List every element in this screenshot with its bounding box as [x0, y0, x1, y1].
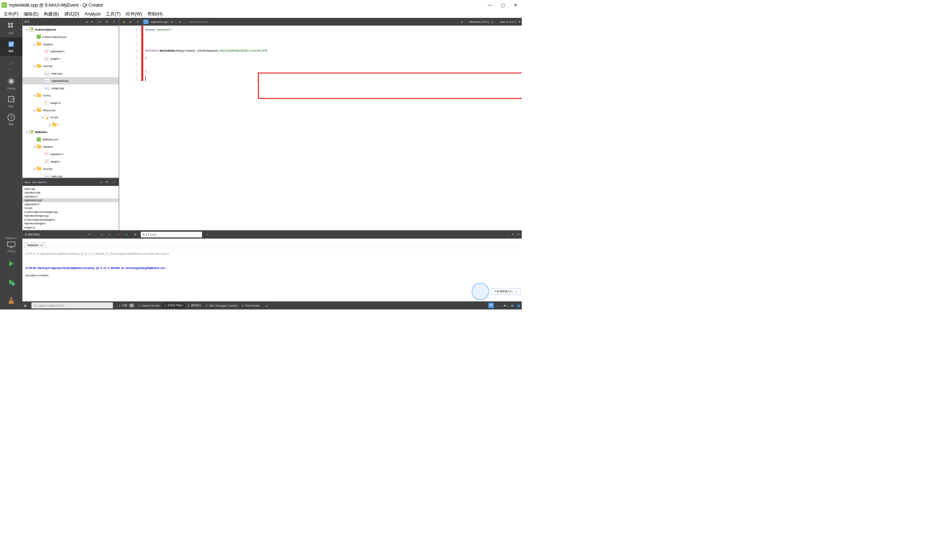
symbol-switch-icon[interactable]: ▴▾ — [461, 20, 462, 23]
toggle-sidebar-icon[interactable]: ◧ — [24, 304, 27, 307]
menu-file[interactable]: 文件(F) — [4, 11, 19, 17]
tree-item[interactable]: MyButton.pro — [23, 135, 119, 143]
open-doc-item[interactable]: res.qrc — [23, 206, 119, 210]
add-split-icon[interactable]: ⧉ — [103, 19, 109, 24]
open-doc-item[interactable]: mytextedit.h* — [23, 202, 119, 206]
minimize-button[interactable]: — — [488, 3, 492, 8]
nav-forward-button[interactable]: ▶ — [128, 20, 134, 23]
menu-edit[interactable]: 编辑(E) — [23, 11, 39, 17]
tree-item[interactable]: 6-btnUI-MyEvent.pro — [23, 33, 119, 40]
run-button[interactable] — [0, 255, 23, 273]
output-minimize-icon[interactable]: ▾ — [512, 233, 514, 237]
project-tree[interactable]: ▾6-btnUI-MyEvent6-btnUI-MyEvent.pro▾Head… — [23, 26, 119, 178]
open-doc-item[interactable]: mybutton.h — [23, 194, 119, 198]
output-pane-tab[interactable]: 5 QML Debugger Console — [204, 303, 239, 308]
output-play-icon[interactable]: ▶ — [106, 233, 113, 236]
ime-moon-icon[interactable]: ☽ — [496, 304, 499, 307]
open-doc-item[interactable]: 6-btnUI-MyEvent/widget.h — [23, 218, 119, 222]
link-icon[interactable]: ⟲ — [96, 19, 102, 24]
output-text[interactable]: 12:55:31: E:\qtproject\build-MyButton-De… — [23, 248, 522, 302]
open-doc-item[interactable]: Mybutton/widget.cpp — [23, 214, 119, 218]
close-icon[interactable]: ✕ — [515, 290, 517, 293]
output-pane-tab[interactable]: 3 应用程序输出 — [163, 303, 185, 308]
output-collapse-icon[interactable]: 〈 — [506, 233, 509, 237]
close-editor-button[interactable]: ✕ — [179, 20, 181, 23]
ime-grid-icon[interactable]: ▦ — [511, 304, 514, 307]
panel-menu-icon[interactable]: ≡ — [111, 179, 117, 185]
menu-analyze[interactable]: Analyze — [85, 11, 101, 17]
add-split-icon[interactable]: ⧉ — [103, 179, 109, 185]
ime-bar[interactable]: 中 ☽ ☺ ☁ ▦ 👤 — [488, 303, 520, 308]
ime-user-icon[interactable]: 👤 — [517, 304, 520, 307]
output-prev-icon[interactable]: ◀ — [98, 233, 104, 236]
menu-tools[interactable]: 工具(T) — [106, 11, 120, 17]
open-doc-item[interactable]: 6-btnUI-MyEvent/widget.cpp — [23, 210, 119, 214]
line-ending-label[interactable]: Windows (CRLF) — [469, 20, 490, 23]
file-switch-icon[interactable]: ▴▾ — [171, 20, 172, 23]
run-debug-button[interactable] — [0, 273, 23, 291]
output-zoom-out-icon[interactable]: － — [213, 233, 219, 237]
output-config-icon[interactable]: ⚙ — [133, 233, 139, 236]
filter-icon[interactable]: ▼ — [89, 19, 95, 24]
project-panel-title[interactable]: 项目 — [24, 20, 29, 23]
open-doc-item[interactable]: Mybutton/widget.h — [23, 222, 119, 226]
output-settings-icon[interactable]: ≡ — [86, 233, 93, 236]
tree-item[interactable]: hmybutton.h — [23, 150, 119, 158]
code-editor[interactable]: 12345678 #include "mytextedit.h" MyTextE… — [119, 26, 522, 230]
maximize-button[interactable]: ▢ — [501, 3, 505, 8]
jump-icon[interactable]: ⇱ — [136, 20, 141, 23]
output-pane-tab[interactable]: 1 问题4 — [117, 303, 136, 308]
menu-help[interactable]: 帮助(H) — [148, 11, 163, 17]
open-doc-item[interactable]: widget.ui — [23, 226, 119, 229]
mode-help[interactable]: ?帮助 — [0, 111, 23, 129]
split-editor-icon[interactable]: ⧉ — [518, 20, 520, 23]
output-stop-icon[interactable]: ■ — [115, 233, 121, 236]
tree-item[interactable]: ▾MyButton — [23, 128, 119, 135]
menu-widgets[interactable]: 控件(W) — [126, 11, 142, 17]
menu-debug[interactable]: 调试(D) — [64, 11, 79, 17]
output-close-icon[interactable]: ✕ — [517, 233, 519, 237]
nav-back-button[interactable]: ◀ — [121, 20, 126, 23]
open-doc-item[interactable]: mybutton.cpp — [23, 191, 119, 194]
ime-smile-icon[interactable]: ☺ — [501, 304, 504, 307]
open-doc-item[interactable]: mytextedit.cpp* — [23, 198, 119, 202]
dropdown-icon[interactable]: ▴▾ — [100, 180, 102, 183]
ime-avatar-icon[interactable] — [472, 283, 489, 300]
tree-item[interactable]: ▾Headers — [23, 40, 119, 48]
mode-debug[interactable]: Debug — [0, 74, 23, 92]
open-documents-list[interactable]: main.cppmybutton.cppmybutton.hmytextedit… — [23, 186, 119, 230]
close-tab-icon[interactable]: ✕ — [40, 243, 43, 246]
tree-item[interactable]: ▾6-btnUI-MyEvent — [23, 26, 119, 33]
tree-item[interactable]: ▸/ — [23, 121, 119, 128]
tree-item[interactable]: ▾Resources — [23, 106, 119, 114]
fold-marker-icon[interactable]: ▾ — [257, 77, 259, 84]
build-button[interactable] — [0, 291, 23, 309]
panel-menu-icon[interactable]: ≡ — [111, 19, 117, 24]
tree-item[interactable]: hwidget.h — [23, 158, 119, 165]
tree-item[interactable]: ▾Sources — [23, 165, 119, 172]
tree-item[interactable]: hmytextedit.h — [23, 48, 119, 55]
tree-item[interactable]: c++widget.cpp — [23, 85, 119, 92]
tree-item[interactable]: ▾Headers — [23, 143, 119, 150]
mode-design[interactable]: 设计 — [0, 55, 23, 74]
tree-item[interactable]: ▾res.qrc — [23, 114, 119, 121]
output-pane-tab[interactable]: 8 Test Results — [241, 303, 261, 308]
tree-item[interactable]: hwidget.h — [23, 55, 119, 62]
output-rerun-icon[interactable]: ▶ — [124, 233, 130, 236]
output-pane-tab[interactable]: 4 编译输出 — [186, 303, 203, 308]
encoding-switch-icon[interactable]: ▴▾ — [492, 20, 493, 23]
symbol-selector[interactable]: <Select Symbol> — [189, 20, 209, 23]
output-tab[interactable]: MyButton✕ — [24, 242, 46, 248]
menu-build[interactable]: 构建(B) — [44, 11, 59, 17]
ime-tooltip[interactable]: 工具箱快捷入口✕ — [491, 288, 521, 295]
editor-filename[interactable]: mytextedit.cpp* — [150, 20, 168, 23]
ime-cloud-icon[interactable]: ☁ — [506, 304, 509, 307]
tree-item[interactable]: c++mytextedit.cpp — [23, 77, 119, 85]
dropdown-icon[interactable]: ▴▾ — [86, 20, 87, 23]
tree-item[interactable]: ▾Sources — [23, 62, 119, 70]
locator-input[interactable]: 🔍 Type to locate (Ctrl+K) — [31, 303, 113, 309]
mode-edit[interactable]: 编辑 — [0, 38, 23, 56]
mode-welcome[interactable]: 欢迎 — [0, 19, 23, 38]
tree-item[interactable]: widget.ui — [23, 99, 119, 106]
tree-item[interactable]: c++main.cpp — [23, 70, 119, 77]
